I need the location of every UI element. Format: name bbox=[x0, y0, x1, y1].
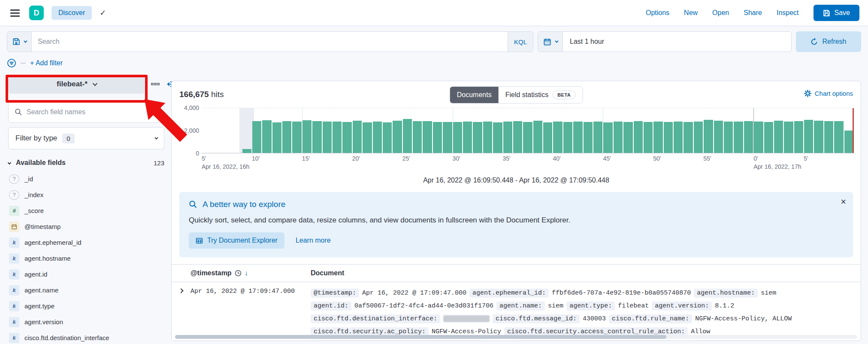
histogram-bar[interactable] bbox=[523, 122, 532, 153]
histogram-bar[interactable] bbox=[714, 121, 723, 153]
timestamp-column-header[interactable]: @timestamp ↓ bbox=[191, 269, 311, 277]
field-key-chip[interactable]: cisco.ftd.security.application_protocol: bbox=[512, 340, 672, 341]
histogram-bar[interactable] bbox=[573, 122, 582, 153]
field-key-chip[interactable]: cisco.ftd.rule_name: bbox=[609, 314, 692, 323]
index-pattern-selector[interactable]: filebeat-* bbox=[8, 75, 145, 94]
menu-icon[interactable] bbox=[9, 8, 21, 18]
field-key-chip[interactable]: agent.name: bbox=[496, 301, 545, 311]
field-key-chip[interactable]: cisco.ftd.destination_interface: bbox=[311, 314, 440, 323]
histogram-bar[interactable] bbox=[252, 121, 261, 153]
histogram-bar[interactable] bbox=[423, 121, 432, 153]
field-key-chip[interactable]: cisco.ftd.security.client: bbox=[694, 340, 800, 341]
histogram-bar[interactable] bbox=[353, 121, 362, 153]
histogram-bar[interactable] bbox=[323, 122, 332, 153]
time-range-value[interactable]: Last 1 hour bbox=[563, 32, 611, 52]
field-item-agent.name[interactable]: kagent.name bbox=[8, 282, 171, 298]
histogram-bar[interactable] bbox=[824, 121, 833, 153]
histogram-bar[interactable] bbox=[463, 122, 472, 153]
field-item-_score[interactable]: #_score bbox=[8, 203, 171, 219]
field-key-chip[interactable]: agent.hostname: bbox=[694, 289, 758, 298]
field-item-agent.ephemeral_id[interactable]: kagent.ephemeral_id bbox=[8, 234, 171, 250]
histogram-bar[interactable] bbox=[302, 120, 312, 153]
nav-link-options[interactable]: Options bbox=[646, 9, 669, 17]
tab-field-statistics[interactable]: Field statistics BETA bbox=[499, 87, 583, 103]
histogram-bar[interactable] bbox=[453, 122, 462, 153]
histogram-bar[interactable] bbox=[724, 122, 733, 153]
histogram-bar[interactable] bbox=[513, 121, 522, 153]
nav-link-new[interactable]: New bbox=[684, 9, 698, 17]
histogram-bar[interactable] bbox=[593, 122, 602, 153]
histogram-bar[interactable] bbox=[744, 121, 753, 153]
nav-link-share[interactable]: Share bbox=[744, 9, 762, 17]
histogram-bar[interactable] bbox=[312, 121, 321, 153]
histogram-bar[interactable] bbox=[644, 122, 653, 153]
histogram-bar[interactable] bbox=[684, 122, 693, 153]
filter-by-type-dropdown[interactable]: Filter by type 0 bbox=[8, 127, 164, 149]
histogram-bar[interactable] bbox=[584, 122, 593, 153]
field-key-chip[interactable]: agent.version: bbox=[652, 301, 712, 311]
field-key-chip[interactable]: agent.id: bbox=[311, 301, 351, 311]
close-icon[interactable]: × bbox=[841, 197, 846, 207]
histogram-bar[interactable] bbox=[373, 122, 382, 153]
field-item-_id[interactable]: ?_id bbox=[8, 171, 171, 187]
histogram-bar[interactable] bbox=[282, 121, 291, 153]
histogram-bar[interactable] bbox=[804, 120, 813, 153]
field-item-agent.version[interactable]: kagent.version bbox=[8, 314, 171, 330]
field-item-@timestamp[interactable]: @timestamp bbox=[8, 219, 171, 234]
expand-row-icon[interactable] bbox=[178, 288, 183, 293]
histogram-bar[interactable] bbox=[563, 122, 572, 153]
histogram-bar[interactable] bbox=[754, 122, 763, 153]
histogram-bar[interactable] bbox=[734, 122, 743, 153]
field-key-chip[interactable]: cisco.ftd.security.access_control_rule_n… bbox=[311, 340, 487, 341]
field-item-agent.type[interactable]: kagent.type bbox=[8, 298, 171, 314]
sort-desc-icon[interactable]: ↓ bbox=[245, 269, 248, 277]
histogram-bar[interactable] bbox=[272, 122, 281, 153]
field-key-chip[interactable]: agent.type: bbox=[566, 301, 615, 311]
refresh-button[interactable]: Refresh bbox=[796, 31, 861, 52]
try-document-explorer-button[interactable]: Try Document Explorer bbox=[189, 232, 284, 249]
available-fields-header[interactable]: Available fields 123 bbox=[8, 159, 164, 167]
field-search-input[interactable] bbox=[27, 108, 158, 116]
histogram-bar[interactable] bbox=[704, 120, 713, 153]
field-item-_index[interactable]: ?_index bbox=[8, 187, 171, 203]
field-item-agent.id[interactable]: kagent.id bbox=[8, 266, 171, 282]
histogram-bar[interactable] bbox=[383, 122, 392, 153]
search-input[interactable] bbox=[32, 32, 508, 52]
histogram-bar[interactable] bbox=[443, 122, 452, 153]
kql-badge[interactable]: KQL bbox=[508, 32, 533, 52]
histogram-bar[interactable] bbox=[614, 122, 623, 153]
tab-documents[interactable]: Documents bbox=[450, 87, 499, 103]
histogram-bar[interactable] bbox=[393, 121, 402, 153]
field-settings-icon[interactable] bbox=[151, 82, 160, 86]
histogram-bar[interactable] bbox=[473, 122, 482, 153]
nav-link-inspect[interactable]: Inspect bbox=[777, 9, 799, 17]
histogram-bar[interactable] bbox=[834, 121, 843, 153]
learn-more-link[interactable]: Learn more bbox=[296, 237, 331, 244]
calendar-menu[interactable] bbox=[538, 32, 563, 52]
histogram-bar[interactable] bbox=[764, 122, 773, 153]
histogram-bar[interactable] bbox=[543, 122, 552, 153]
histogram-bar[interactable] bbox=[674, 122, 683, 153]
histogram-bar[interactable] bbox=[814, 121, 823, 153]
histogram-bar[interactable] bbox=[774, 121, 783, 153]
histogram-bar[interactable] bbox=[533, 121, 542, 153]
app-logo[interactable]: D bbox=[29, 6, 44, 20]
histogram-bar[interactable] bbox=[503, 122, 512, 153]
histogram-bar[interactable] bbox=[694, 122, 703, 153]
chart-options-button[interactable]: Chart options bbox=[804, 90, 853, 97]
add-filter-button[interactable]: + Add filter bbox=[30, 59, 63, 67]
field-key-chip[interactable]: @timestamp: bbox=[311, 289, 359, 298]
histogram-bar[interactable] bbox=[433, 122, 442, 153]
histogram-bar[interactable] bbox=[844, 131, 853, 153]
histogram-chart[interactable]: 5'10'15'20'25'30'35'40'45'50'55'0'5'Apr … bbox=[178, 108, 855, 173]
histogram-bar[interactable] bbox=[664, 122, 673, 153]
histogram-bar[interactable] bbox=[342, 122, 351, 153]
horizontal-scrollbar[interactable] bbox=[175, 335, 857, 339]
histogram-bar[interactable] bbox=[603, 122, 612, 153]
field-key-chip[interactable]: agent.ephemeral_id: bbox=[469, 289, 549, 298]
histogram-bar[interactable] bbox=[242, 149, 251, 153]
nav-link-open[interactable]: Open bbox=[712, 9, 729, 17]
histogram-bar[interactable] bbox=[794, 121, 803, 153]
histogram-bar[interactable] bbox=[623, 122, 632, 153]
field-item-cisco.ftd.destination_interface[interactable]: kcisco.ftd.destination_interface bbox=[8, 330, 171, 344]
